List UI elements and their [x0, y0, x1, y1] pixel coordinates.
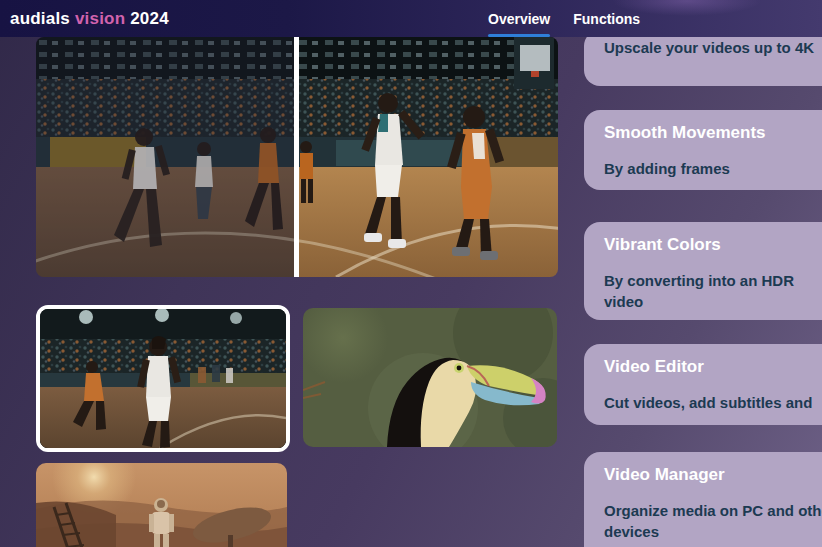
thumbnail-toucan[interactable] [303, 308, 557, 447]
hero-video-comparison[interactable] [36, 37, 558, 277]
logo-vision: vision [75, 9, 125, 28]
logo-year: 2024 [130, 9, 169, 28]
card-vibrant-colors[interactable]: Vibrant Colors By converting into an HDR… [584, 222, 822, 320]
card-video-editor-title: Video Editor [604, 356, 822, 378]
mars-thumbnail-image [36, 463, 287, 547]
card-smooth-movements-subtitle: By adding frames [604, 158, 822, 179]
tab-functions[interactable]: Functions [573, 0, 640, 37]
card-video-editor-subtitle: Cut videos, add subtitles and [604, 392, 822, 413]
top-bar: audials vision 2024 Overview Functions [0, 0, 822, 37]
comparison-divider [294, 37, 299, 277]
active-tab-underline [488, 34, 550, 37]
basketball-comparison-image [36, 37, 558, 277]
thumbnail-mars[interactable] [36, 463, 287, 547]
card-smooth-movements-title: Smooth Movements [604, 122, 822, 144]
card-video-manager-title: Video Manager [604, 464, 822, 486]
thumbnail-basketball[interactable] [36, 305, 290, 452]
card-vibrant-colors-title: Vibrant Colors [604, 234, 822, 256]
card-video-manager-subtitle: Organize media on PC and other devices [604, 500, 822, 542]
tab-overview[interactable]: Overview [488, 0, 550, 37]
card-video-editor[interactable]: Video Editor Cut videos, add subtitles a… [584, 344, 822, 425]
logo-audials: audials [10, 9, 70, 28]
toucan-thumbnail-image [303, 308, 557, 447]
basketball-thumbnail-image [40, 309, 286, 448]
tab-overview-label: Overview [488, 11, 550, 27]
tab-functions-label: Functions [573, 11, 640, 27]
app-logo: audials vision 2024 [10, 9, 169, 29]
card-upscale-subtitle: Upscale your videos up to 4K [604, 37, 816, 58]
card-smooth-movements[interactable]: Smooth Movements By adding frames [584, 110, 822, 190]
card-video-manager[interactable]: Video Manager Organize media on PC and o… [584, 452, 822, 547]
main-nav: Overview Functions [488, 0, 640, 37]
card-upscale[interactable]: Upscale your videos up to 4K [584, 30, 822, 86]
card-vibrant-colors-subtitle: By converting into an HDR video [604, 270, 822, 312]
